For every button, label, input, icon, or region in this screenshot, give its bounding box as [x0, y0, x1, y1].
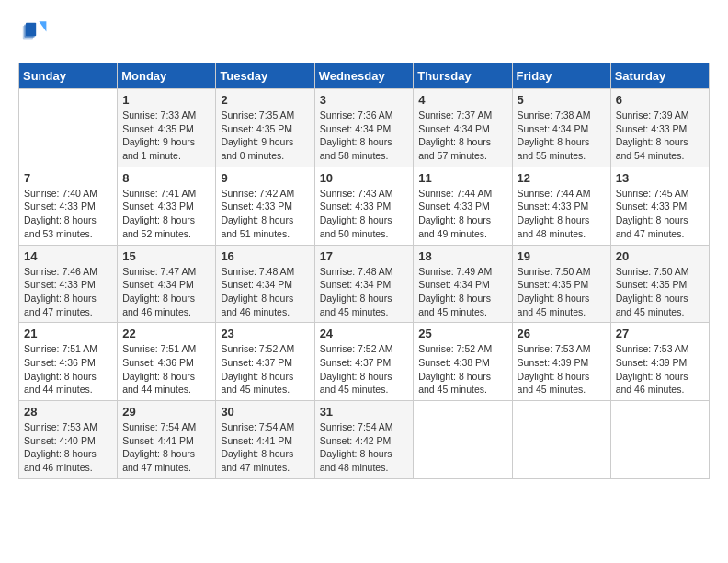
calendar-cell: 19Sunrise: 7:50 AMSunset: 4:35 PMDayligh…	[512, 245, 610, 323]
calendar-cell	[414, 401, 512, 479]
calendar-cell	[512, 401, 610, 479]
day-number: 10	[320, 171, 409, 185]
calendar-cell: 18Sunrise: 7:49 AMSunset: 4:34 PMDayligh…	[414, 245, 512, 323]
day-number: 8	[122, 171, 210, 185]
day-number: 16	[221, 249, 309, 263]
calendar-cell: 24Sunrise: 7:52 AMSunset: 4:37 PMDayligh…	[314, 323, 414, 401]
day-info: Sunrise: 7:50 AMSunset: 4:35 PMDaylight:…	[616, 265, 704, 319]
header-row: SundayMondayTuesdayWednesdayThursdayFrid…	[19, 63, 710, 89]
calendar-table: SundayMondayTuesdayWednesdayThursdayFrid…	[18, 63, 710, 479]
calendar-cell: 12Sunrise: 7:44 AMSunset: 4:33 PMDayligh…	[512, 167, 610, 245]
logo-icon	[18, 18, 48, 48]
day-info: Sunrise: 7:39 AMSunset: 4:33 PMDaylight:…	[616, 109, 704, 163]
day-info: Sunrise: 7:52 AMSunset: 4:37 PMDaylight:…	[221, 342, 309, 396]
header-sunday: Sunday	[19, 63, 118, 89]
day-info: Sunrise: 7:41 AMSunset: 4:33 PMDaylight:…	[122, 187, 210, 241]
day-info: Sunrise: 7:48 AMSunset: 4:34 PMDaylight:…	[320, 265, 409, 319]
day-number: 31	[320, 405, 409, 419]
header-tuesday: Tuesday	[216, 63, 314, 89]
day-number: 9	[221, 171, 309, 185]
day-number: 14	[24, 249, 112, 263]
calendar-cell: 20Sunrise: 7:50 AMSunset: 4:35 PMDayligh…	[610, 245, 709, 323]
day-info: Sunrise: 7:37 AMSunset: 4:34 PMDaylight:…	[418, 109, 506, 163]
day-info: Sunrise: 7:50 AMSunset: 4:35 PMDaylight:…	[518, 265, 606, 319]
day-number: 15	[122, 249, 210, 263]
calendar-cell: 6Sunrise: 7:39 AMSunset: 4:33 PMDaylight…	[610, 89, 709, 167]
day-info: Sunrise: 7:54 AMSunset: 4:41 PMDaylight:…	[122, 420, 210, 475]
day-number: 4	[418, 93, 506, 107]
calendar-cell: 13Sunrise: 7:45 AMSunset: 4:33 PMDayligh…	[610, 167, 709, 245]
day-info: Sunrise: 7:48 AMSunset: 4:34 PMDaylight:…	[221, 265, 309, 319]
day-info: Sunrise: 7:51 AMSunset: 4:36 PMDaylight:…	[24, 342, 112, 396]
day-info: Sunrise: 7:42 AMSunset: 4:33 PMDaylight:…	[221, 187, 309, 241]
day-info: Sunrise: 7:38 AMSunset: 4:34 PMDaylight:…	[518, 109, 606, 163]
day-number: 20	[616, 249, 704, 263]
calendar-cell: 8Sunrise: 7:41 AMSunset: 4:33 PMDaylight…	[118, 167, 216, 245]
calendar-cell: 26Sunrise: 7:53 AMSunset: 4:39 PMDayligh…	[512, 323, 610, 401]
day-number: 7	[24, 171, 112, 185]
day-info: Sunrise: 7:53 AMSunset: 4:40 PMDaylight:…	[24, 420, 112, 475]
day-info: Sunrise: 7:47 AMSunset: 4:34 PMDaylight:…	[122, 265, 210, 319]
day-number: 30	[221, 405, 309, 419]
day-number: 13	[616, 171, 704, 185]
svg-marker-4	[39, 21, 46, 31]
calendar-cell: 10Sunrise: 7:43 AMSunset: 4:33 PMDayligh…	[314, 167, 414, 245]
day-info: Sunrise: 7:54 AMSunset: 4:41 PMDaylight:…	[221, 420, 309, 475]
day-number: 18	[418, 249, 506, 263]
day-number: 23	[221, 327, 309, 340]
day-info: Sunrise: 7:52 AMSunset: 4:38 PMDaylight:…	[418, 342, 506, 396]
page-header	[18, 18, 710, 48]
header-thursday: Thursday	[414, 63, 512, 89]
day-info: Sunrise: 7:33 AMSunset: 4:35 PMDaylight:…	[122, 109, 210, 163]
calendar-cell: 27Sunrise: 7:53 AMSunset: 4:39 PMDayligh…	[610, 323, 709, 401]
day-info: Sunrise: 7:43 AMSunset: 4:33 PMDaylight:…	[320, 187, 409, 241]
calendar-cell: 3Sunrise: 7:36 AMSunset: 4:34 PMDaylight…	[314, 89, 414, 167]
day-number: 22	[122, 327, 210, 340]
day-info: Sunrise: 7:35 AMSunset: 4:35 PMDaylight:…	[221, 109, 309, 163]
day-number: 3	[320, 93, 409, 107]
day-number: 27	[616, 327, 704, 340]
calendar-cell: 21Sunrise: 7:51 AMSunset: 4:36 PMDayligh…	[19, 323, 118, 401]
day-info: Sunrise: 7:53 AMSunset: 4:39 PMDaylight:…	[518, 342, 606, 396]
calendar-cell: 9Sunrise: 7:42 AMSunset: 4:33 PMDaylight…	[216, 167, 314, 245]
header-friday: Friday	[512, 63, 610, 89]
header-saturday: Saturday	[610, 63, 709, 89]
calendar-cell: 7Sunrise: 7:40 AMSunset: 4:33 PMDaylight…	[19, 167, 118, 245]
day-number: 28	[24, 405, 112, 419]
calendar-cell: 2Sunrise: 7:35 AMSunset: 4:35 PMDaylight…	[216, 89, 314, 167]
calendar-cell: 5Sunrise: 7:38 AMSunset: 4:34 PMDaylight…	[512, 89, 610, 167]
week-row-3: 14Sunrise: 7:46 AMSunset: 4:33 PMDayligh…	[19, 245, 710, 323]
week-row-5: 28Sunrise: 7:53 AMSunset: 4:40 PMDayligh…	[19, 401, 710, 479]
day-info: Sunrise: 7:51 AMSunset: 4:36 PMDaylight:…	[122, 342, 210, 396]
calendar-cell: 25Sunrise: 7:52 AMSunset: 4:38 PMDayligh…	[414, 323, 512, 401]
day-info: Sunrise: 7:36 AMSunset: 4:34 PMDaylight:…	[320, 109, 409, 163]
calendar-cell: 28Sunrise: 7:53 AMSunset: 4:40 PMDayligh…	[19, 401, 118, 479]
day-info: Sunrise: 7:44 AMSunset: 4:33 PMDaylight:…	[518, 187, 606, 241]
day-info: Sunrise: 7:40 AMSunset: 4:33 PMDaylight:…	[24, 187, 112, 241]
day-number: 25	[418, 327, 506, 340]
day-info: Sunrise: 7:52 AMSunset: 4:37 PMDaylight:…	[320, 342, 409, 396]
day-number: 24	[320, 327, 409, 340]
day-number: 12	[518, 171, 606, 185]
week-row-2: 7Sunrise: 7:40 AMSunset: 4:33 PMDaylight…	[19, 167, 710, 245]
calendar-cell: 14Sunrise: 7:46 AMSunset: 4:33 PMDayligh…	[19, 245, 118, 323]
day-number: 1	[122, 93, 210, 107]
day-number: 11	[418, 171, 506, 185]
logo	[18, 18, 51, 48]
calendar-cell: 30Sunrise: 7:54 AMSunset: 4:41 PMDayligh…	[216, 401, 314, 479]
header-monday: Monday	[118, 63, 216, 89]
calendar-cell: 29Sunrise: 7:54 AMSunset: 4:41 PMDayligh…	[118, 401, 216, 479]
week-row-1: 1Sunrise: 7:33 AMSunset: 4:35 PMDaylight…	[19, 89, 710, 167]
calendar-cell: 4Sunrise: 7:37 AMSunset: 4:34 PMDaylight…	[414, 89, 512, 167]
calendar-cell: 22Sunrise: 7:51 AMSunset: 4:36 PMDayligh…	[118, 323, 216, 401]
day-number: 6	[616, 93, 704, 107]
calendar-cell	[610, 401, 709, 479]
calendar-cell: 1Sunrise: 7:33 AMSunset: 4:35 PMDaylight…	[118, 89, 216, 167]
day-number: 2	[221, 93, 309, 107]
calendar-cell: 16Sunrise: 7:48 AMSunset: 4:34 PMDayligh…	[216, 245, 314, 323]
week-row-4: 21Sunrise: 7:51 AMSunset: 4:36 PMDayligh…	[19, 323, 710, 401]
day-info: Sunrise: 7:53 AMSunset: 4:39 PMDaylight:…	[616, 342, 704, 396]
day-number: 5	[518, 93, 606, 107]
calendar-cell: 23Sunrise: 7:52 AMSunset: 4:37 PMDayligh…	[216, 323, 314, 401]
day-number: 17	[320, 249, 409, 263]
